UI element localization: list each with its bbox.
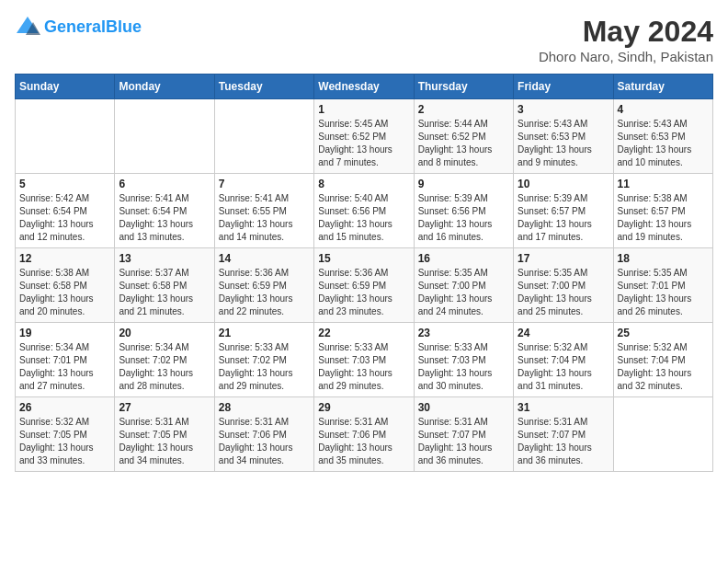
day-cell: 21Sunrise: 5:33 AM Sunset: 7:02 PM Dayli…	[214, 323, 313, 397]
day-number: 17	[518, 252, 609, 265]
day-cell: 17Sunrise: 5:35 AM Sunset: 7:00 PM Dayli…	[514, 248, 613, 323]
day-info: Sunrise: 5:33 AM Sunset: 7:03 PM Dayligh…	[318, 341, 409, 393]
calendar-table: SundayMondayTuesdayWednesdayThursdayFrid…	[15, 74, 713, 472]
day-number: 20	[119, 327, 210, 339]
day-cell: 16Sunrise: 5:35 AM Sunset: 7:00 PM Dayli…	[414, 248, 513, 323]
column-header-sunday: Sunday	[16, 75, 115, 99]
day-number: 13	[119, 252, 210, 265]
day-cell: 7Sunrise: 5:41 AM Sunset: 6:55 PM Daylig…	[214, 174, 313, 248]
day-cell: 31Sunrise: 5:31 AM Sunset: 7:07 PM Dayli…	[514, 397, 613, 472]
day-cell: 25Sunrise: 5:32 AM Sunset: 7:04 PM Dayli…	[613, 323, 712, 397]
location-title: Dhoro Naro, Sindh, Pakistan	[539, 49, 713, 64]
day-number: 25	[618, 327, 709, 339]
day-info: Sunrise: 5:40 AM Sunset: 6:56 PM Dayligh…	[318, 192, 409, 244]
title-block: May 2024 Dhoro Naro, Sindh, Pakistan	[539, 15, 713, 64]
day-info: Sunrise: 5:43 AM Sunset: 6:53 PM Dayligh…	[518, 118, 609, 169]
day-cell: 8Sunrise: 5:40 AM Sunset: 6:56 PM Daylig…	[314, 174, 414, 248]
day-cell: 11Sunrise: 5:38 AM Sunset: 6:57 PM Dayli…	[613, 174, 712, 248]
day-number: 6	[119, 178, 210, 190]
day-cell: 14Sunrise: 5:36 AM Sunset: 6:59 PM Dayli…	[214, 248, 313, 323]
day-info: Sunrise: 5:43 AM Sunset: 6:53 PM Dayligh…	[618, 118, 709, 169]
day-cell	[16, 99, 115, 174]
column-header-thursday: Thursday	[414, 75, 513, 99]
day-cell: 18Sunrise: 5:35 AM Sunset: 7:01 PM Dayli…	[613, 248, 712, 323]
day-cell: 28Sunrise: 5:31 AM Sunset: 7:06 PM Dayli…	[214, 397, 313, 472]
day-number: 31	[518, 401, 609, 414]
day-number: 7	[219, 178, 310, 190]
day-number: 15	[318, 252, 409, 265]
week-row-4: 19Sunrise: 5:34 AM Sunset: 7:01 PM Dayli…	[16, 323, 713, 397]
day-info: Sunrise: 5:32 AM Sunset: 7:04 PM Dayligh…	[518, 341, 609, 393]
day-info: Sunrise: 5:32 AM Sunset: 7:04 PM Dayligh…	[618, 341, 709, 393]
column-header-wednesday: Wednesday	[314, 75, 414, 99]
day-info: Sunrise: 5:33 AM Sunset: 7:02 PM Dayligh…	[219, 341, 310, 393]
day-info: Sunrise: 5:41 AM Sunset: 6:54 PM Dayligh…	[119, 192, 210, 244]
day-cell: 20Sunrise: 5:34 AM Sunset: 7:02 PM Dayli…	[115, 323, 214, 397]
day-cell	[115, 99, 214, 174]
day-number: 4	[618, 103, 709, 116]
day-number: 21	[219, 327, 310, 339]
day-cell	[214, 99, 313, 174]
day-number: 1	[318, 103, 409, 116]
day-info: Sunrise: 5:32 AM Sunset: 7:05 PM Dayligh…	[19, 416, 110, 467]
day-cell: 30Sunrise: 5:31 AM Sunset: 7:07 PM Dayli…	[414, 397, 513, 472]
day-info: Sunrise: 5:31 AM Sunset: 7:07 PM Dayligh…	[518, 416, 609, 467]
day-info: Sunrise: 5:38 AM Sunset: 6:57 PM Dayligh…	[618, 192, 709, 244]
day-info: Sunrise: 5:38 AM Sunset: 6:58 PM Dayligh…	[19, 267, 110, 318]
day-cell: 19Sunrise: 5:34 AM Sunset: 7:01 PM Dayli…	[16, 323, 115, 397]
day-number: 16	[418, 252, 509, 265]
day-number: 2	[418, 103, 509, 116]
day-info: Sunrise: 5:34 AM Sunset: 7:02 PM Dayligh…	[119, 341, 210, 393]
day-number: 3	[518, 103, 609, 116]
day-cell: 29Sunrise: 5:31 AM Sunset: 7:06 PM Dayli…	[314, 397, 414, 472]
day-cell: 22Sunrise: 5:33 AM Sunset: 7:03 PM Dayli…	[314, 323, 414, 397]
day-info: Sunrise: 5:37 AM Sunset: 6:58 PM Dayligh…	[119, 267, 210, 318]
day-cell: 26Sunrise: 5:32 AM Sunset: 7:05 PM Dayli…	[16, 397, 115, 472]
day-info: Sunrise: 5:31 AM Sunset: 7:06 PM Dayligh…	[318, 416, 409, 467]
day-number: 12	[19, 252, 110, 265]
day-number: 8	[318, 178, 409, 190]
page-header: GeneralBlue May 2024 Dhoro Naro, Sindh, …	[15, 15, 713, 64]
week-row-5: 26Sunrise: 5:32 AM Sunset: 7:05 PM Dayli…	[16, 397, 713, 472]
day-info: Sunrise: 5:44 AM Sunset: 6:52 PM Dayligh…	[418, 118, 509, 169]
week-row-2: 5Sunrise: 5:42 AM Sunset: 6:54 PM Daylig…	[16, 174, 713, 248]
day-number: 19	[19, 327, 110, 339]
day-number: 22	[318, 327, 409, 339]
day-number: 14	[219, 252, 310, 265]
logo-line1: General	[44, 17, 106, 36]
day-info: Sunrise: 5:31 AM Sunset: 7:07 PM Dayligh…	[418, 416, 509, 467]
day-cell	[613, 397, 712, 472]
day-number: 18	[618, 252, 709, 265]
day-info: Sunrise: 5:31 AM Sunset: 7:05 PM Dayligh…	[119, 416, 210, 467]
day-number: 26	[19, 401, 110, 414]
day-number: 28	[219, 401, 310, 414]
day-cell: 2Sunrise: 5:44 AM Sunset: 6:52 PM Daylig…	[414, 99, 513, 174]
day-info: Sunrise: 5:39 AM Sunset: 6:56 PM Dayligh…	[418, 192, 509, 244]
logo-line2: Blue	[106, 17, 142, 36]
day-cell: 27Sunrise: 5:31 AM Sunset: 7:05 PM Dayli…	[115, 397, 214, 472]
day-info: Sunrise: 5:36 AM Sunset: 6:59 PM Dayligh…	[219, 267, 310, 318]
month-title: May 2024	[539, 15, 713, 49]
day-info: Sunrise: 5:45 AM Sunset: 6:52 PM Dayligh…	[318, 118, 409, 169]
day-cell: 1Sunrise: 5:45 AM Sunset: 6:52 PM Daylig…	[314, 99, 414, 174]
day-info: Sunrise: 5:33 AM Sunset: 7:03 PM Dayligh…	[418, 341, 509, 393]
day-number: 10	[518, 178, 609, 190]
day-cell: 23Sunrise: 5:33 AM Sunset: 7:03 PM Dayli…	[414, 323, 513, 397]
column-header-saturday: Saturday	[613, 75, 712, 99]
day-cell: 10Sunrise: 5:39 AM Sunset: 6:57 PM Dayli…	[514, 174, 613, 248]
day-info: Sunrise: 5:39 AM Sunset: 6:57 PM Dayligh…	[518, 192, 609, 244]
day-info: Sunrise: 5:31 AM Sunset: 7:06 PM Dayligh…	[219, 416, 310, 467]
logo-icon	[15, 15, 40, 40]
day-cell: 5Sunrise: 5:42 AM Sunset: 6:54 PM Daylig…	[16, 174, 115, 248]
day-info: Sunrise: 5:34 AM Sunset: 7:01 PM Dayligh…	[19, 341, 110, 393]
day-info: Sunrise: 5:36 AM Sunset: 6:59 PM Dayligh…	[318, 267, 409, 318]
day-number: 11	[618, 178, 709, 190]
day-info: Sunrise: 5:42 AM Sunset: 6:54 PM Dayligh…	[19, 192, 110, 244]
day-number: 29	[318, 401, 409, 414]
day-number: 5	[19, 178, 110, 190]
day-number: 9	[418, 178, 509, 190]
day-number: 23	[418, 327, 509, 339]
week-row-1: 1Sunrise: 5:45 AM Sunset: 6:52 PM Daylig…	[16, 99, 713, 174]
day-cell: 4Sunrise: 5:43 AM Sunset: 6:53 PM Daylig…	[613, 99, 712, 174]
logo-text: GeneralBlue	[44, 18, 142, 37]
